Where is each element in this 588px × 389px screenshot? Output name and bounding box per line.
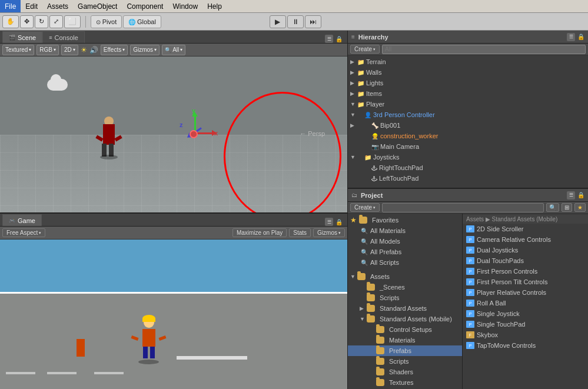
menu-help[interactable]: Help <box>202 0 227 12</box>
hier-item-bip001[interactable]: ▶ 🦴 Bip001 <box>348 120 588 131</box>
menu-file[interactable]: File <box>0 0 21 12</box>
tree-prefabs[interactable]: Prefabs <box>348 345 462 356</box>
scene-viewport[interactable]: y x z ← Persp <box>0 56 347 212</box>
stats-button[interactable]: Stats <box>289 228 311 237</box>
fav-all-models[interactable]: 🔍 All Models <box>348 236 462 247</box>
hier-item-right-touchpad[interactable]: 🕹 RightTouchPad <box>348 162 588 173</box>
tree-shaders[interactable]: Shaders <box>348 367 462 377</box>
scene-panel-menu-btn[interactable]: ☰ <box>325 35 333 43</box>
asset-camera-relative[interactable]: P Camera Relative Controls <box>463 234 588 245</box>
game-gizmos-button[interactable]: Gizmos <box>313 228 345 237</box>
free-aspect-dropdown[interactable]: Free Aspect <box>2 228 45 237</box>
hier-item-left-touchpad[interactable]: 🕹 LeftTouchPad <box>348 173 588 184</box>
project-lock-icon[interactable]: 🔒 <box>577 192 584 198</box>
gc-body <box>142 329 155 347</box>
game-ground-line <box>0 292 347 294</box>
asset-first-person-tilt[interactable]: P First Person Tilt Controls <box>463 277 588 287</box>
maximize-on-play-button[interactable]: Maximize on Play <box>232 228 287 237</box>
twod-button[interactable]: 2D <box>61 45 78 55</box>
pause-button[interactable]: ⏸ <box>287 15 304 28</box>
hier-item-main-camera[interactable]: 📷 Main Camera <box>348 141 588 152</box>
rotate-tool-button[interactable]: ↻ <box>35 15 48 28</box>
hierarchy-search-input[interactable] <box>382 45 586 54</box>
hier-item-player[interactable]: ▼ 📁 Player <box>348 99 588 109</box>
tab-console[interactable]: ≡ Console <box>42 31 85 43</box>
favorites-folder[interactable]: ★ Favorites <box>348 215 462 225</box>
all-label: All <box>172 46 179 53</box>
all-dropdown[interactable]: 🔍 All <box>162 45 185 55</box>
game-lock-icon[interactable]: 🔒 <box>335 219 343 225</box>
3rd-person-icon: 👤 <box>364 112 371 118</box>
fav-all-scripts[interactable]: 🔍 All Scripts <box>348 257 462 268</box>
effects-dropdown[interactable]: Effects <box>101 45 128 55</box>
project-create-button[interactable]: Create <box>350 203 380 212</box>
left-touchpad-icon: 🕹 <box>371 175 377 182</box>
3rd-person-expand-arrow: ▼ <box>350 112 357 118</box>
pivot-button[interactable]: ⊙ Pivot <box>91 15 122 28</box>
tree-scripts[interactable]: Scripts <box>348 292 462 303</box>
menu-window[interactable]: Window <box>168 0 202 12</box>
asset-single-joystick[interactable]: P Single Joystick <box>463 308 588 319</box>
gizmo-x-label: x <box>214 129 218 137</box>
hierarchy-menu-btn[interactable]: ☰ <box>567 33 575 41</box>
asset-first-person-controls[interactable]: P First Person Controls <box>463 266 588 277</box>
textured-dropdown[interactable]: Textured <box>2 45 34 55</box>
perspective-label: ← Persp <box>300 130 325 137</box>
menu-assets[interactable]: Assets <box>42 0 73 12</box>
fav-all-prefabs[interactable]: 🔍 All Prefabs <box>348 247 462 257</box>
game-toolbar: Free Aspect Maximize on Play Stats Gizmo… <box>0 227 347 240</box>
scale-tool-button[interactable]: ⤢ <box>49 15 63 28</box>
move-tool-button[interactable]: ✥ <box>20 15 34 28</box>
menu-component[interactable]: Component <box>122 0 168 12</box>
project-star-btn[interactable]: ★ <box>574 203 586 212</box>
asset-tapmove[interactable]: P TapToMove Controls <box>463 340 588 351</box>
asset-roll-a-ball[interactable]: P Roll A Ball <box>463 298 588 308</box>
asset-dual-touchpads[interactable]: P Dual TouchPads <box>463 255 588 266</box>
gc-arm-left <box>131 335 139 341</box>
game-panel-menu-btn[interactable]: ☰ <box>325 218 333 226</box>
tree-textures[interactable]: Textures <box>348 377 462 388</box>
asset-skybox[interactable]: F Skybox <box>463 330 588 340</box>
tree-scenes[interactable]: _Scenes <box>348 282 462 292</box>
gizmos-label: Gizmos <box>133 46 153 53</box>
hierarchy-lock-icon[interactable]: 🔒 <box>577 34 584 40</box>
rect-tool-button[interactable]: ⬜ <box>64 15 81 28</box>
hier-item-items[interactable]: ▶ 📁 Items <box>348 88 588 99</box>
hier-item-walls[interactable]: ▶ 📁 Walls <box>348 67 588 78</box>
rgb-dropdown[interactable]: RGB <box>36 45 59 55</box>
project-search-btn[interactable]: 🔍 <box>546 203 559 212</box>
tree-standard-assets[interactable]: ▶ Standard Assets <box>348 303 462 314</box>
hier-item-3rd-person[interactable]: ▼ 👤 3rd Person Controller <box>348 109 588 120</box>
right-touchpad-icon: 🕹 <box>371 165 377 171</box>
tab-scene[interactable]: 🎬 Scene <box>2 31 42 43</box>
gizmos-dropdown[interactable]: Gizmos <box>130 45 160 55</box>
tree-control-setups[interactable]: Control Setups <box>348 324 462 335</box>
fav-all-materials[interactable]: 🔍 All Materials <box>348 225 462 236</box>
project-search-input[interactable] <box>382 203 544 212</box>
global-button[interactable]: 🌐 Global <box>123 15 161 28</box>
project-menu-btn[interactable]: ☰ <box>567 191 575 200</box>
menu-edit[interactable]: Edit <box>21 0 42 12</box>
tree-materials[interactable]: Materials <box>348 335 462 345</box>
tree-std-assets-mobile[interactable]: ▼ Standard Assets (Mobile) <box>348 314 462 324</box>
hier-item-construction-worker[interactable]: 👷 construction_worker <box>348 131 588 141</box>
asset-2d-side-scroller[interactable]: P 2D Side Scroller <box>463 224 588 234</box>
tree-scripts-mobile[interactable]: Scripts <box>348 356 462 367</box>
tool-group: ✋ ✥ ↻ ⤢ ⬜ <box>2 15 81 28</box>
scene-lock-icon[interactable]: 🔒 <box>335 36 343 42</box>
hier-item-lights[interactable]: ▶ 📁 Lights <box>348 78 588 88</box>
hier-item-terrain[interactable]: ▶ 📁 Terrain <box>348 56 588 67</box>
project-view-btn[interactable]: ⊞ <box>562 203 572 212</box>
asset-dual-joysticks[interactable]: P Dual Joysticks <box>463 245 588 255</box>
asset-single-touchpad[interactable]: P Single TouchPad <box>463 319 588 330</box>
menu-gameobject[interactable]: GameObject <box>73 0 122 12</box>
tab-game[interactable]: 🎮 Game <box>2 214 42 226</box>
hand-tool-button[interactable]: ✋ <box>2 15 19 28</box>
asset-player-relative[interactable]: P Player Relative Controls <box>463 287 588 298</box>
asset-fp-ctrl-icon: P <box>466 268 474 275</box>
play-button[interactable]: ▶ <box>270 15 286 28</box>
hier-item-joysticks[interactable]: ▼ 📁 Joysticks <box>348 152 588 162</box>
step-button[interactable]: ⏭ <box>305 15 321 28</box>
assets-root[interactable]: ▼ Assets <box>348 271 462 282</box>
hierarchy-create-button[interactable]: Create <box>350 45 380 54</box>
